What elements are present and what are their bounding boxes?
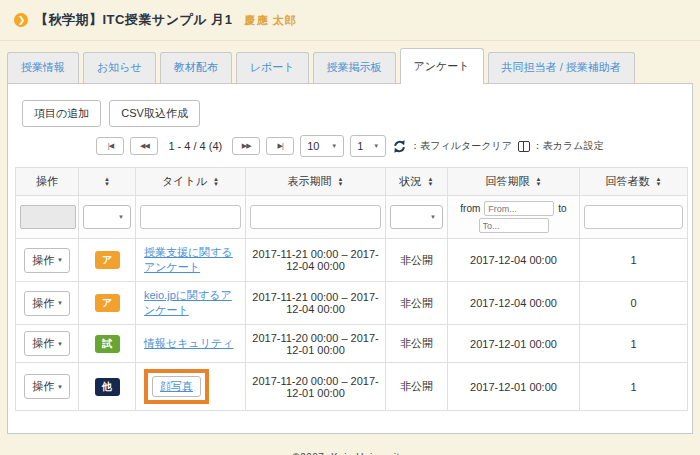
column-config-label: ：表カラム設定 xyxy=(533,139,604,153)
chevron-down-icon: ▾ xyxy=(58,256,62,264)
status-cell: 非公開 xyxy=(386,282,448,325)
prev-page-button[interactable]: ◀◀ xyxy=(130,137,158,155)
tab-bar: 授業情報 お知らせ 教材配布 レポート 授業掲示板 アンケート 共同担当者 / … xyxy=(7,48,693,83)
tab-reports[interactable]: レポート xyxy=(236,52,309,83)
header-period: 表示期間▲▼ xyxy=(246,168,386,196)
chevron-down-icon: ▾ xyxy=(58,383,62,391)
header-action: 操作 xyxy=(16,168,79,196)
from-label: from xyxy=(460,203,480,214)
header-deadline: 回答期限▲▼ xyxy=(448,168,580,196)
title-filter-input[interactable] xyxy=(140,205,241,229)
toolbar: 項目の追加 CSV取込作成 xyxy=(15,100,685,127)
status-cell: 非公開 xyxy=(386,239,448,282)
table-filter-row: ▼ ▼ from to xyxy=(16,196,688,239)
tab-class-board[interactable]: 授業掲示板 xyxy=(313,52,396,83)
last-page-button[interactable]: ▶| xyxy=(266,137,294,155)
annotation-highlight-box: 顔写真 xyxy=(144,369,209,404)
table-row: 操作▾ ア 授業支援に関するアンケート 2017-11-21 00:00 – 2… xyxy=(16,239,688,282)
tab-co-instructors[interactable]: 共同担当者 / 授業補助者 xyxy=(488,52,635,83)
tab-announcements[interactable]: お知らせ xyxy=(83,52,156,83)
status-cell: 非公開 xyxy=(386,325,448,363)
refresh-icon xyxy=(392,139,407,154)
page-size-value: 10 xyxy=(307,140,319,152)
content-panel: 項目の追加 CSV取込作成 |◀ ◀◀ 1 - 4 / 4 (4) ▶▶ ▶| … xyxy=(7,83,693,434)
action-filter-disabled xyxy=(20,205,76,229)
survey-type-icon: ア xyxy=(95,251,120,269)
tab-materials[interactable]: 教材配布 xyxy=(160,52,232,83)
tab-survey[interactable]: アンケート xyxy=(400,48,484,84)
chevron-down-icon: ▼ xyxy=(430,214,436,220)
table-header-row: 操作 ▲▼ タイトル▲▼ 表示期間▲▼ 状況▲▼ 回答期限▲▼ 回答者数▲▼ xyxy=(16,168,688,196)
respondents-cell: 1 xyxy=(580,363,688,411)
deadline-cell: 2017-12-01 00:00 xyxy=(448,325,580,363)
row-action-button[interactable]: 操作▾ xyxy=(24,374,70,399)
other-type-icon: 他 xyxy=(95,378,120,396)
chevron-down-icon: ▼ xyxy=(331,143,337,149)
row-action-button[interactable]: 操作▾ xyxy=(24,331,70,356)
table-row: 操作▾ 他 顔写真 2017-11-20 00:00 – 2017-12-01 … xyxy=(16,363,688,411)
sort-icon[interactable]: ▲▼ xyxy=(536,177,542,187)
row-action-button[interactable]: 操作▾ xyxy=(24,248,70,273)
to-label: to xyxy=(558,203,566,214)
chevron-down-icon: ▾ xyxy=(58,299,62,307)
respondents-filter-input[interactable] xyxy=(584,205,683,229)
icon-filter-select[interactable]: ▼ xyxy=(83,205,131,229)
survey-title-link[interactable]: 顔写真 xyxy=(152,376,201,397)
chevron-down-icon: ▼ xyxy=(373,143,379,149)
respondents-cell: 0 xyxy=(580,282,688,325)
tab-course-info[interactable]: 授業情報 xyxy=(7,52,79,83)
table-row: 操作▾ ア keio.jpに関するアンケート 2017-11-21 00:00 … xyxy=(16,282,688,325)
filter-clear-control[interactable]: ：表フィルタークリア xyxy=(392,139,512,154)
sort-icon[interactable]: ▲▼ xyxy=(428,177,434,187)
page-range-label: 1 - 4 / 4 (4) xyxy=(168,140,222,152)
instructor-name: 慶應 太郎 xyxy=(245,13,297,28)
deadline-to-input[interactable] xyxy=(479,218,549,233)
period-cell: 2017-11-20 00:00 – 2017-12-01 00:00 xyxy=(246,363,386,411)
period-cell: 2017-11-21 00:00 – 2017-12-04 00:00 xyxy=(246,282,386,325)
deadline-cell: 2017-12-01 00:00 xyxy=(448,363,580,411)
header-status: 状況▲▼ xyxy=(386,168,448,196)
orange-arrow-icon: ❯ xyxy=(14,13,28,27)
period-cell: 2017-11-21 00:00 – 2017-12-04 00:00 xyxy=(246,239,386,282)
page-header: ❯ 【秋学期】ITC授業サンプル 月1 慶應 太郎 xyxy=(0,0,700,41)
header-title: タイトル▲▼ xyxy=(136,168,246,196)
respondents-cell: 1 xyxy=(580,239,688,282)
sort-icon[interactable]: ▲▼ xyxy=(104,177,110,187)
chevron-down-icon: ▾ xyxy=(58,340,62,348)
survey-title-link[interactable]: 情報セキュリティ xyxy=(144,337,234,349)
page-size-select[interactable]: 10 ▼ xyxy=(300,135,344,157)
deadline-cell: 2017-12-04 00:00 xyxy=(448,282,580,325)
next-page-button[interactable]: ▶▶ xyxy=(232,137,260,155)
chevron-down-icon: ▼ xyxy=(118,214,124,220)
header-icon-sort: ▲▼ xyxy=(79,168,136,196)
period-cell: 2017-11-20 00:00 – 2017-12-01 00:00 xyxy=(246,325,386,363)
header-respondents: 回答者数▲▼ xyxy=(580,168,688,196)
add-item-button[interactable]: 項目の追加 xyxy=(22,100,101,127)
status-cell: 非公開 xyxy=(386,363,448,411)
sort-icon[interactable]: ▲▼ xyxy=(213,177,219,187)
status-filter-select[interactable]: ▼ xyxy=(390,205,443,229)
table-columns-icon xyxy=(518,141,530,152)
deadline-cell: 2017-12-04 00:00 xyxy=(448,239,580,282)
sort-icon[interactable]: ▲▼ xyxy=(338,177,344,187)
sort-icon[interactable]: ▲▼ xyxy=(656,177,662,187)
deadline-from-input[interactable] xyxy=(484,201,554,216)
table-row: 操作▾ 試 情報セキュリティ 2017-11-20 00:00 – 2017-1… xyxy=(16,325,688,363)
test-type-icon: 試 xyxy=(95,335,120,353)
respondents-cell: 1 xyxy=(580,325,688,363)
csv-import-button[interactable]: CSV取込作成 xyxy=(109,100,200,127)
deadline-filter: from to xyxy=(452,201,575,233)
page-number-value: 1 xyxy=(357,140,363,152)
page-number-select[interactable]: 1 ▼ xyxy=(350,135,386,157)
course-title: 【秋学期】ITC授業サンプル 月1 xyxy=(35,11,233,29)
first-page-button[interactable]: |◀ xyxy=(96,137,124,155)
survey-type-icon: ア xyxy=(95,294,120,312)
filter-clear-label: ：表フィルタークリア xyxy=(410,139,512,153)
survey-table: 操作 ▲▼ タイトル▲▼ 表示期間▲▼ 状況▲▼ 回答期限▲▼ 回答者数▲▼ ▼… xyxy=(15,167,688,411)
row-action-button[interactable]: 操作▾ xyxy=(24,291,70,316)
pagination-bar: |◀ ◀◀ 1 - 4 / 4 (4) ▶▶ ▶| 10 ▼ 1 ▼ ：表フィル… xyxy=(15,135,685,157)
column-config-control[interactable]: ：表カラム設定 xyxy=(518,139,604,153)
survey-title-link[interactable]: 授業支援に関するアンケート xyxy=(144,246,233,273)
survey-title-link[interactable]: keio.jpに関するアンケート xyxy=(144,289,232,316)
period-filter-input[interactable] xyxy=(250,205,381,229)
